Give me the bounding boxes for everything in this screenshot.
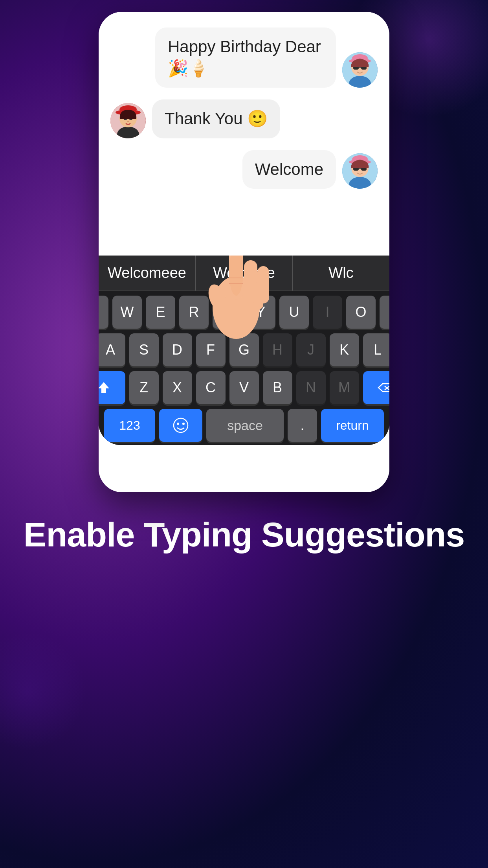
key-e[interactable]: E bbox=[146, 296, 175, 329]
bubble-outgoing-2: Welcome bbox=[242, 150, 336, 189]
message-row-outgoing-2: Welcome bbox=[110, 150, 378, 189]
key-t[interactable]: T bbox=[213, 296, 242, 329]
emoji-icon bbox=[172, 417, 189, 434]
message-row-incoming-1: Thank You 🙂 bbox=[110, 99, 378, 138]
key-d[interactable]: D bbox=[163, 333, 192, 366]
suggestion-text-1: Welcomeee bbox=[108, 265, 186, 281]
avatar-sender-2 bbox=[342, 153, 378, 189]
space-key-label: space bbox=[227, 418, 263, 433]
light-effect-2 bbox=[0, 632, 86, 750]
svg-point-27 bbox=[174, 418, 188, 432]
suggestion-item-3[interactable]: Wlc bbox=[293, 256, 389, 291]
num-key-label: 123 bbox=[119, 418, 140, 433]
keyboard-container: Welcomeee Welcome Wlc Q W E R T Y bbox=[99, 256, 389, 445]
key-g[interactable]: G bbox=[229, 333, 259, 366]
key-h[interactable]: H bbox=[263, 333, 292, 366]
svg-point-29 bbox=[182, 423, 185, 425]
message-text-1: Happy Birthday Dear 🎉🍦 bbox=[168, 37, 321, 77]
phone-frame: Happy Birthday Dear 🎉🍦 bbox=[99, 12, 389, 492]
suggestions-bar: Welcomeee Welcome Wlc bbox=[99, 256, 389, 291]
avatar-sender-1 bbox=[342, 52, 378, 88]
key-s[interactable]: S bbox=[129, 333, 159, 366]
suggestion-text-2: Welcome bbox=[213, 265, 275, 281]
key-n[interactable]: N bbox=[296, 371, 326, 404]
message-text-2: Thank You 🙂 bbox=[165, 109, 268, 128]
key-p[interactable]: P bbox=[380, 296, 389, 329]
return-key-label: return bbox=[336, 418, 369, 433]
return-key[interactable]: return bbox=[321, 409, 384, 442]
message-text-3: Welcome bbox=[255, 160, 323, 178]
shift-key[interactable] bbox=[99, 371, 125, 404]
key-y[interactable]: Y bbox=[246, 296, 275, 329]
space-key[interactable]: space bbox=[206, 409, 284, 442]
key-o[interactable]: O bbox=[346, 296, 376, 329]
keyboard-keys: Q W E R T Y U I O P A S D F G bbox=[99, 291, 389, 445]
key-l[interactable]: L bbox=[363, 333, 390, 366]
key-r[interactable]: R bbox=[179, 296, 209, 329]
bubble-incoming-1: Thank You 🙂 bbox=[152, 99, 280, 138]
key-j[interactable]: J bbox=[296, 333, 326, 366]
backspace-key[interactable] bbox=[363, 371, 390, 404]
key-c[interactable]: C bbox=[196, 371, 226, 404]
shift-icon bbox=[99, 381, 111, 395]
key-row-4: 123 space . bbox=[104, 409, 384, 442]
key-row-2: A S D F G H J K L bbox=[104, 333, 384, 366]
key-w[interactable]: W bbox=[112, 296, 142, 329]
key-k[interactable]: K bbox=[330, 333, 359, 366]
key-m[interactable]: M bbox=[330, 371, 359, 404]
key-row-1: Q W E R T Y U I O P bbox=[104, 296, 384, 329]
suggestion-item-1[interactable]: Welcomeee bbox=[99, 256, 196, 291]
key-row-3: Z X C V B N M bbox=[104, 371, 384, 404]
key-a[interactable]: A bbox=[99, 333, 125, 366]
num-key[interactable]: 123 bbox=[104, 409, 155, 442]
key-x[interactable]: X bbox=[163, 371, 192, 404]
background: Happy Birthday Dear 🎉🍦 bbox=[0, 0, 488, 868]
backspace-icon bbox=[377, 382, 390, 393]
suggestion-text-3: Wlc bbox=[328, 265, 353, 281]
bottom-input-bar[interactable] bbox=[99, 445, 389, 492]
svg-marker-24 bbox=[99, 382, 109, 393]
svg-point-15 bbox=[127, 121, 129, 122]
message-row-outgoing-1: Happy Birthday Dear 🎉🍦 bbox=[110, 28, 378, 88]
avatar-receiver-1 bbox=[110, 103, 146, 138]
bottom-text-container: Enable Typing Suggestions bbox=[8, 516, 480, 554]
key-v[interactable]: V bbox=[229, 371, 259, 404]
bottom-text: Enable Typing Suggestions bbox=[24, 516, 464, 554]
chat-area: Happy Birthday Dear 🎉🍦 bbox=[99, 12, 389, 256]
key-f[interactable]: F bbox=[196, 333, 226, 366]
key-z[interactable]: Z bbox=[129, 371, 159, 404]
key-q[interactable]: Q bbox=[99, 296, 108, 329]
emoji-key[interactable] bbox=[159, 409, 202, 442]
svg-point-28 bbox=[177, 423, 179, 425]
key-b[interactable]: B bbox=[263, 371, 292, 404]
key-u[interactable]: U bbox=[279, 296, 309, 329]
key-i[interactable]: I bbox=[313, 296, 342, 329]
bubble-outgoing-1: Happy Birthday Dear 🎉🍦 bbox=[155, 28, 336, 88]
dot-key[interactable]: . bbox=[288, 409, 317, 442]
suggestion-item-2[interactable]: Welcome bbox=[196, 256, 293, 291]
